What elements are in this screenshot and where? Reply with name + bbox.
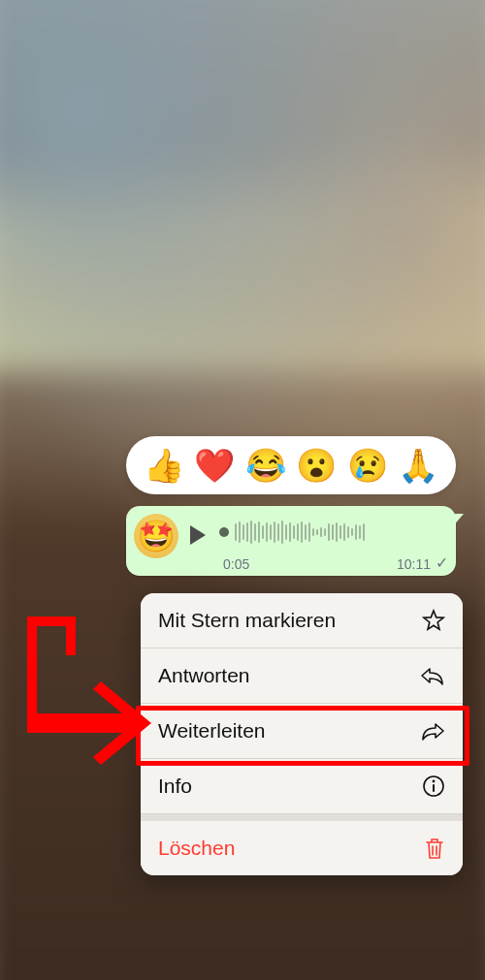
reaction-thumbs-up[interactable]: 👍 [144,449,184,482]
info-icon [422,775,445,798]
menu-label-forward: Weiterleiten [158,719,266,743]
annotation-arrow [8,597,163,781]
reaction-cry[interactable]: 😢 [347,449,388,482]
message-sent-time: 10:11 [397,556,431,572]
menu-item-reply[interactable]: Antworten [141,648,463,704]
context-menu: Mit Stern markieren Antworten Weiterleit… [141,593,463,875]
menu-label-info: Info [158,775,192,798]
menu-item-delete[interactable]: Löschen [141,814,463,875]
forward-icon [420,720,445,742]
menu-label-delete: Löschen [158,837,235,860]
menu-label-reply: Antworten [158,664,250,687]
sender-avatar: 🤩 [134,514,178,558]
delivered-check-icon: ✓ [436,553,448,572]
reaction-heart[interactable]: ❤️ [194,449,235,482]
reaction-surprised[interactable]: 😮 [296,449,337,482]
audio-current-time: 0:05 [223,556,249,572]
star-icon [422,609,445,632]
trash-icon [424,837,445,860]
svg-point-1 [433,780,436,783]
reaction-pray[interactable]: 🙏 [398,449,438,482]
reaction-laugh[interactable]: 😂 [245,449,286,482]
menu-item-forward[interactable]: Weiterleiten [141,704,463,759]
bubble-tail [452,514,464,527]
voice-message-bubble[interactable]: 🤩 0:05 10:11 ✓ [126,506,456,576]
svg-rect-2 [433,784,435,792]
menu-item-star[interactable]: Mit Stern markieren [141,593,463,648]
audio-waveform[interactable] [219,520,444,545]
menu-item-info[interactable]: Info [141,759,463,814]
play-icon[interactable] [188,523,208,547]
menu-label-star: Mit Stern markieren [158,609,336,632]
playhead-dot[interactable] [219,527,229,537]
reaction-bar[interactable]: 👍 ❤️ 😂 😮 😢 🙏 [126,436,456,494]
reply-icon [420,665,445,686]
